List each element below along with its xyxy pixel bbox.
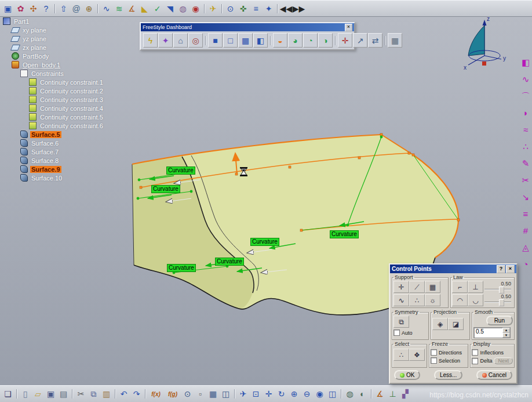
law-concave-icon[interactable]: ◡ <box>468 294 483 306</box>
dialog-titlebar[interactable]: Control Points ? × <box>390 265 516 273</box>
print-icon[interactable]: ▤ <box>57 388 70 400</box>
save-icon[interactable]: ▣ <box>45 388 57 400</box>
tree-item-surface-7[interactable]: Surface.7 <box>2 147 104 156</box>
mail-icon[interactable]: @ <box>70 2 82 15</box>
redo-icon[interactable]: ↷ <box>130 388 143 400</box>
tree-item-continuity-constraint-6[interactable]: Continuity constraint.6 <box>2 121 104 130</box>
surface-blend-icon[interactable]: ◔ <box>303 33 318 48</box>
axis-system-icon[interactable]: ⊕ <box>83 2 95 15</box>
shape-morph-icon[interactable]: ◬ <box>522 243 529 252</box>
session-icon[interactable]: ✦ <box>263 2 275 15</box>
tree-item-xy-plane[interactable]: xy plane <box>2 26 104 34</box>
zoom-out-icon[interactable]: ⊖ <box>301 388 313 400</box>
style-fillet-icon[interactable]: ◗ <box>523 108 528 118</box>
blend-surface-icon[interactable]: ⌒ <box>522 92 530 101</box>
close-icon[interactable]: × <box>345 24 352 31</box>
dome-surface-icon[interactable]: ◒ <box>273 33 287 48</box>
datum-axes-icon[interactable]: ✛ <box>338 33 352 48</box>
home-view-icon[interactable]: ⌂ <box>173 33 188 48</box>
normal-view-icon[interactable]: ◉ <box>314 388 326 400</box>
upload-icon[interactable]: ⇧ <box>57 2 70 15</box>
law-slider-bottom[interactable] <box>484 299 511 305</box>
projection-normal-icon[interactable]: ◈ <box>432 318 448 330</box>
analysis-shape-icon[interactable]: ◔ <box>523 260 528 269</box>
new-document-icon[interactable]: ▯ <box>19 388 31 400</box>
freestyle-curve-icon[interactable]: ∿ <box>522 75 530 84</box>
sketch-pencil-icon[interactable]: ✎ <box>522 159 530 168</box>
stats-icon[interactable]: ≡ <box>250 2 262 15</box>
small-grid-icon[interactable]: ▦ <box>207 388 219 400</box>
porcupine-analysis-icon[interactable]: ≋ <box>113 2 125 15</box>
quick-tools-icon[interactable]: ϟ <box>143 33 158 48</box>
support-points-icon[interactable]: ∴ <box>409 294 425 306</box>
mini-doc-icon[interactable]: ▫ <box>194 388 206 400</box>
skip-backward-icon[interactable]: ◀◀ <box>280 2 292 15</box>
law-linear-icon[interactable]: ⌐ <box>452 281 468 293</box>
inflections-checkbox-row[interactable]: Inflections <box>472 349 513 356</box>
tree-item-yz-plane[interactable]: yz plane <box>2 34 104 43</box>
compass[interactable]: z x y <box>447 15 508 75</box>
law-slider-top[interactable] <box>484 287 511 292</box>
support-tangent-icon[interactable]: ⟋ <box>409 281 425 293</box>
tree-item-continuity-constraint-5[interactable]: Continuity constraint.5 <box>2 113 104 121</box>
freestyle-surface-icon[interactable]: ◧ <box>522 58 530 67</box>
copy-icon[interactable]: ⧉ <box>88 388 100 400</box>
control-points-icon[interactable]: ∴ <box>523 142 529 151</box>
highlight-analysis-icon[interactable]: ◥ <box>164 2 176 15</box>
environment-map-icon[interactable]: ◍ <box>177 2 189 15</box>
check-analysis-icon[interactable]: ⊙ <box>181 388 194 400</box>
cancel-button[interactable]: Cancel <box>476 370 512 380</box>
less-button[interactable]: Less... <box>434 370 462 380</box>
skip-forward-icon[interactable]: ▶▶ <box>293 2 305 15</box>
catalog-icon[interactable]: ▞ <box>399 388 411 400</box>
next-button[interactable]: Next <box>494 357 513 364</box>
help-icon[interactable]: ? <box>40 2 52 15</box>
multi-view-icon[interactable]: ◫ <box>326 388 338 400</box>
support-light-icon[interactable]: ☼ <box>425 294 440 306</box>
mesh-view-icon[interactable]: ▦ <box>238 33 253 48</box>
tree-item-open-body-1[interactable]: Open_body.1 <box>2 60 104 69</box>
auto-checkbox[interactable] <box>393 329 400 336</box>
help-icon[interactable]: ? <box>497 265 505 273</box>
law-convex-icon[interactable]: ◠ <box>452 294 468 306</box>
grid-table-icon[interactable]: ▦ <box>388 33 402 48</box>
extend-surface-icon[interactable]: ↘ <box>522 193 530 202</box>
open-document-icon[interactable]: ▱ <box>32 388 44 400</box>
support-normal-icon[interactable]: ✛ <box>393 281 409 293</box>
tools-icon[interactable]: ✣ <box>27 2 39 15</box>
delta-checkbox[interactable] <box>472 358 478 364</box>
axis-lock-icon[interactable]: ⊥ <box>387 388 399 400</box>
break-surface-icon[interactable]: ✂ <box>522 176 530 185</box>
tree-item-surface-5[interactable]: Surface.5 <box>2 130 104 139</box>
tree-item-constraints[interactable]: Constraints <box>2 69 104 78</box>
support-curve-icon[interactable]: ∿ <box>393 294 409 306</box>
symmetry-plane-icon[interactable]: ⧉ <box>393 316 409 328</box>
directions-checkbox-row[interactable]: Directions <box>431 349 467 356</box>
select-all-icon[interactable]: ❖ <box>409 349 425 361</box>
isophote-icon[interactable]: ◉ <box>190 2 202 15</box>
surface-pair-icon[interactable]: ◕ <box>288 33 303 48</box>
surface-check-icon[interactable]: ✓ <box>151 2 163 15</box>
tree-item-zx-plane[interactable]: zx plane <box>2 43 104 52</box>
directions-checkbox[interactable] <box>431 349 437 356</box>
tree-item-continuity-constraint-2[interactable]: Continuity constraint.2 <box>2 86 104 95</box>
support-mesh-icon[interactable]: ▦ <box>425 281 440 293</box>
fog-knowledge-icon[interactable]: f(g) <box>165 388 181 400</box>
tree-item-surface-10[interactable]: Surface.10 <box>2 173 104 182</box>
curve-analysis-icon[interactable]: ∿ <box>100 2 112 15</box>
compass-tool-icon[interactable]: ✜ <box>237 2 249 15</box>
tree-item-part1[interactable]: Part1 <box>2 17 104 26</box>
magnifier-icon[interactable]: ⊙ <box>224 2 236 15</box>
ok-button[interactable]: OK <box>394 370 420 380</box>
paste-icon[interactable]: ▥ <box>100 388 112 400</box>
extract-geometry-icon[interactable]: # <box>523 226 528 236</box>
delta-checkbox-row[interactable]: Delta Next <box>472 357 513 364</box>
smooth-stepper[interactable]: 0.5 ▲ ▼ <box>473 327 511 338</box>
close-icon[interactable]: × <box>506 265 515 273</box>
viewpoint-icon[interactable]: ❏ <box>2 388 14 400</box>
tree-item-surface-6[interactable]: Surface.6 <box>2 139 104 147</box>
arrow-ne-icon[interactable]: ↗ <box>353 33 367 48</box>
projection-compass-icon[interactable]: ◪ <box>448 318 464 330</box>
spin-down-icon[interactable]: ▼ <box>502 333 510 338</box>
pan-icon[interactable]: ✛ <box>263 388 275 400</box>
